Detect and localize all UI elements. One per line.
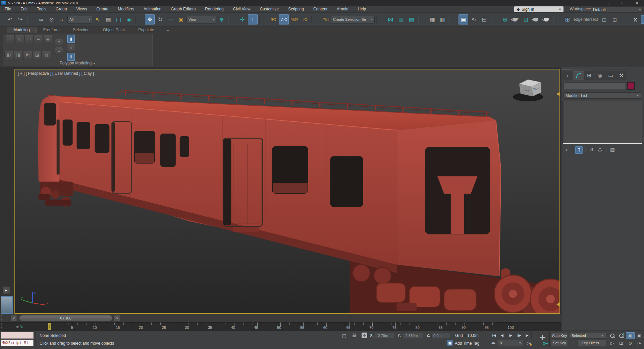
window-crossing-icon[interactable]: ▣: [124, 14, 134, 24]
select-and-manipulate-icon[interactable]: ✛: [237, 14, 247, 24]
material-editor-icon[interactable]: ⊚: [500, 14, 510, 24]
item-animation[interactable]: Animation: [139, 6, 166, 12]
key-filters-button[interactable]: Key Filters...: [577, 340, 606, 346]
use-center-flyout-icon[interactable]: ⊕: [217, 14, 226, 24]
reference-coordinate-dropdown[interactable]: View▾: [186, 16, 216, 23]
window-pair-icon-b[interactable]: ◲: [610, 14, 620, 24]
item-graph-editors[interactable]: Graph Editors: [166, 6, 200, 12]
ribbon-minimize-button[interactable]: ⏷: [163, 28, 173, 33]
item-scripting[interactable]: Scripting: [283, 6, 309, 12]
redo-icon[interactable]: ↷: [15, 14, 25, 24]
select-object-icon[interactable]: ↖: [93, 14, 103, 24]
unlink-selection-icon[interactable]: ⊘: [47, 14, 56, 24]
viewcube[interactable]: LEFT FRONT: [511, 77, 545, 102]
maxscript-mini-listener-input[interactable]: MAXScript Mi: [1, 340, 34, 346]
item-group[interactable]: Group: [51, 6, 71, 12]
time-configuration-icon[interactable]: ◷: [525, 340, 532, 346]
set-keys-button[interactable]: +: [536, 332, 550, 347]
modifier-list-dropdown[interactable]: Modifier List ▼: [564, 92, 641, 99]
time-slider-handle[interactable]: 0 / 100: [19, 315, 112, 321]
set-key-button[interactable]: Set Key: [551, 340, 568, 346]
next-modifier-icon[interactable]: ↧: [55, 47, 63, 54]
vertex-mode-icon[interactable]: ∴: [6, 35, 15, 43]
zoom-icon[interactable]: [608, 332, 616, 339]
toggle-command-panel-icon[interactable]: ▮: [67, 35, 75, 43]
selection-lock-icon[interactable]: [351, 332, 358, 338]
tab-selection[interactable]: Selection: [66, 27, 96, 33]
next-frame-slider-button[interactable]: >: [114, 315, 120, 321]
preview-multi-icon[interactable]: ◩: [23, 51, 32, 59]
maximize-viewport-icon[interactable]: ◳: [635, 340, 644, 346]
select-and-move-icon[interactable]: ✥: [145, 14, 155, 24]
edge-intersect-label[interactable]: edgeIntersect: [573, 14, 599, 24]
viewport-label[interactable]: [ + ] [ Perspective ] [ User Defined ] […: [18, 71, 94, 76]
rectangular-selection-region-icon[interactable]: ▢: [114, 14, 123, 24]
keyboard-override-icon[interactable]: ↑: [248, 14, 258, 24]
remove-modifier-icon[interactable]: ♺: [596, 146, 604, 154]
play-button[interactable]: ▶: [507, 332, 515, 339]
item-file[interactable]: File: [0, 6, 16, 12]
minimize-button[interactable]: ─: [602, 0, 616, 6]
y-coord-field[interactable]: -2.389m: [402, 333, 423, 338]
perspective-viewport[interactable]: [ + ] [ Perspective ] [ User Defined ] […: [14, 69, 560, 314]
select-and-rotate-icon[interactable]: ↻: [155, 14, 165, 24]
previous-modifier-icon[interactable]: ↥: [55, 39, 63, 46]
close-button[interactable]: ✕: [630, 0, 644, 6]
zoom-extents-icon[interactable]: ▣: [626, 332, 635, 339]
pin-icon[interactable]: ⌖: [67, 44, 75, 52]
z-coord-field[interactable]: 0.0m: [431, 333, 450, 338]
item-civil-view[interactable]: Civil View: [228, 6, 255, 12]
axis-x-button[interactable]: X: [631, 15, 640, 24]
auto-key-button[interactable]: Auto Key: [551, 332, 568, 339]
item-arnold[interactable]: Arnold: [332, 6, 353, 12]
viewcube-left-label[interactable]: LEFT: [523, 89, 529, 92]
item-help[interactable]: Help: [353, 6, 371, 12]
item-modifiers[interactable]: Modifiers: [113, 6, 139, 12]
train-model[interactable]: [15, 69, 559, 313]
time-tag-cube-icon[interactable]: ▣: [447, 340, 453, 346]
snaps-toggle-icon[interactable]: 3Ω: [269, 14, 278, 24]
tab-populate[interactable]: Populate: [131, 27, 161, 33]
layer-explorer-icon[interactable]: ▥: [438, 14, 447, 24]
layer-manager-icon[interactable]: ▤: [407, 14, 416, 24]
previous-frame-slider-button[interactable]: <: [11, 315, 17, 321]
preview-subobj-icon[interactable]: ◨: [14, 51, 23, 59]
pin-stack-icon[interactable]: ⌖: [563, 146, 570, 154]
polygon-modeling-label[interactable]: Polygon Modeling ▼: [3, 61, 152, 65]
go-to-end-button[interactable]: ▶|: [524, 332, 532, 339]
align-icon[interactable]: ≣: [396, 14, 406, 24]
timeline-playhead[interactable]: 0: [48, 323, 51, 330]
show-end-result-icon[interactable]: ▯: [575, 146, 583, 154]
field-of-view-icon[interactable]: ▷: [608, 340, 616, 346]
x-coord-field[interactable]: -2.79m: [375, 333, 394, 338]
tab-create[interactable]: +: [562, 71, 573, 80]
pan-icon[interactable]: Ш: [617, 340, 626, 346]
item-rendering[interactable]: Rendering: [200, 6, 228, 12]
key-selection-dropdown[interactable]: Selected ▼: [569, 332, 606, 339]
workspace-dropdown[interactable]: Default ▾: [591, 6, 643, 13]
mini-curve-editor-icon[interactable]: ∿: [16, 324, 23, 329]
next-frame-button[interactable]: |▶: [516, 332, 523, 339]
add-time-tag-label[interactable]: Add Time Tag: [455, 341, 479, 346]
item-create[interactable]: Create: [92, 6, 113, 12]
select-and-link-icon[interactable]: ∞: [36, 14, 46, 24]
polygon-mode-icon[interactable]: ▰: [34, 35, 43, 43]
item-content[interactable]: Content: [309, 6, 332, 12]
item-views[interactable]: Views: [71, 6, 92, 12]
named-selection-sets-icon[interactable]: {✎}: [321, 14, 330, 24]
mirror-icon[interactable]: ⋈: [386, 14, 395, 24]
tab-hierarchy[interactable]: ⊞: [584, 71, 594, 80]
tab-modify[interactable]: [573, 71, 584, 80]
tab-modeling[interactable]: Modeling: [7, 27, 37, 33]
edge-mode-icon[interactable]: ◺: [15, 35, 24, 43]
render-production-icon[interactable]: [531, 15, 541, 24]
item-tools[interactable]: Tools: [32, 6, 51, 12]
zoom-all-icon[interactable]: [617, 332, 626, 339]
border-mode-icon[interactable]: ◠: [24, 35, 34, 43]
select-by-name-icon[interactable]: ▤: [103, 14, 113, 24]
tab-object-paint[interactable]: Object Paint: [96, 27, 131, 33]
curve-editor-icon[interactable]: ∿: [469, 14, 479, 24]
object-name-field[interactable]: [564, 83, 625, 89]
viewport-layout-flyout-button[interactable]: ▶: [3, 287, 10, 294]
command-panel-grip[interactable]: [561, 68, 644, 70]
